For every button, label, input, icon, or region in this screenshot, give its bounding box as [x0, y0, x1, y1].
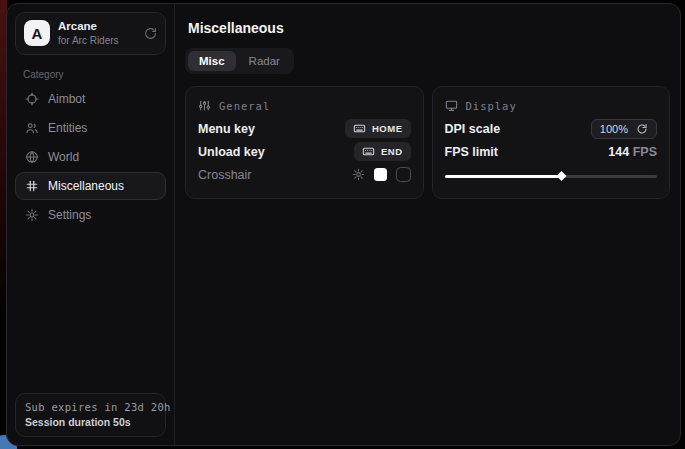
tab-misc[interactable]: Misc: [188, 51, 236, 71]
fps-limit-row: FPS limit 144 FPS: [445, 140, 658, 163]
slider-track[interactable]: [445, 175, 658, 178]
unload-key-row: Unload key END: [198, 140, 411, 163]
grid-icon: [25, 179, 39, 193]
menu-key-row: Menu key HOME: [198, 117, 411, 140]
sidebar-item-label: Settings: [48, 208, 91, 222]
page-title: Miscellaneous: [188, 20, 670, 36]
session-duration-text: Session duration 50s: [25, 416, 156, 428]
menu-key-label: Menu key: [198, 122, 255, 136]
general-card: General Menu key HOME Unload key: [185, 86, 424, 199]
sidebar-item-label: Entities: [48, 121, 87, 135]
sidebar-nav: Aimbot Entities World: [15, 85, 166, 229]
sidebar-item-world[interactable]: World: [15, 143, 166, 171]
category-label: Category: [23, 69, 158, 80]
unload-key-button[interactable]: END: [354, 142, 411, 161]
monitor-icon: [445, 99, 458, 112]
sidebar-item-label: Aimbot: [48, 92, 85, 106]
crosshair-row: Crosshair: [198, 163, 411, 186]
entities-icon: [25, 121, 39, 135]
sidebar-item-entities[interactable]: Entities: [15, 114, 166, 142]
sync-icon[interactable]: [144, 27, 157, 40]
slider-fill: [445, 175, 562, 178]
menu-key-value: HOME: [372, 123, 403, 134]
crosshair-controls: [352, 167, 411, 182]
fps-limit-label: FPS limit: [445, 145, 498, 159]
sidebar-item-settings[interactable]: Settings: [15, 201, 166, 229]
crosshair-checkbox[interactable]: [396, 167, 411, 182]
general-card-title: General: [219, 100, 270, 112]
brand-text: Arcane for Arc Riders: [58, 20, 119, 47]
brand-card: A Arcane for Arc Riders: [15, 12, 166, 55]
dpi-scale-value: 100%: [600, 123, 628, 135]
general-card-header: General: [198, 99, 411, 112]
dpi-scale-label: DPI scale: [445, 122, 501, 136]
main-panel: Miscellaneous Misc Radar General: [175, 4, 680, 445]
display-card: Display DPI scale 100% FPS limit: [432, 86, 671, 199]
crosshair-icon: [25, 92, 39, 106]
fps-unit: FPS: [633, 145, 657, 159]
tab-radar[interactable]: Radar: [238, 51, 291, 71]
brand-name: Arcane: [58, 20, 119, 34]
brand-subtitle: for Arc Riders: [58, 35, 119, 47]
menu-key-button[interactable]: HOME: [345, 119, 411, 138]
sidebar-item-aimbot[interactable]: Aimbot: [15, 85, 166, 113]
keyboard-icon: [362, 145, 375, 158]
subscription-card: Sub expires in 23d 20h Session duration …: [15, 393, 166, 437]
sidebar-item-miscellaneous[interactable]: Miscellaneous: [15, 172, 166, 200]
sidebar-item-label: Miscellaneous: [48, 179, 124, 193]
display-card-title: Display: [466, 100, 517, 112]
unload-key-label: Unload key: [198, 145, 265, 159]
fps-limit-slider[interactable]: [445, 170, 658, 182]
app-window: A Arcane for Arc Riders Category Aimbot: [6, 3, 681, 446]
rotate-icon: [636, 123, 648, 135]
brand-logo: A: [24, 20, 50, 46]
crosshair-label: Crosshair: [198, 168, 252, 182]
dpi-scale-row: DPI scale 100%: [445, 117, 658, 140]
tab-bar: Misc Radar: [185, 48, 294, 74]
dpi-scale-button[interactable]: 100%: [591, 119, 657, 139]
sliders-icon: [198, 99, 211, 112]
display-card-header: Display: [445, 99, 658, 112]
fps-limit-value: 144 FPS: [608, 145, 657, 159]
slider-thumb[interactable]: [557, 171, 567, 181]
sidebar: A Arcane for Arc Riders Category Aimbot: [7, 4, 175, 445]
sub-expiry-text: Sub expires in 23d 20h: [25, 401, 156, 413]
crosshair-color-swatch[interactable]: [374, 168, 387, 181]
unload-key-value: END: [381, 146, 403, 157]
keyboard-icon: [353, 122, 366, 135]
cards-row: General Menu key HOME Unload key: [185, 86, 670, 199]
sidebar-item-label: World: [48, 150, 79, 164]
globe-icon: [25, 150, 39, 164]
gear-icon: [25, 208, 39, 222]
crosshair-settings-icon[interactable]: [352, 168, 365, 181]
